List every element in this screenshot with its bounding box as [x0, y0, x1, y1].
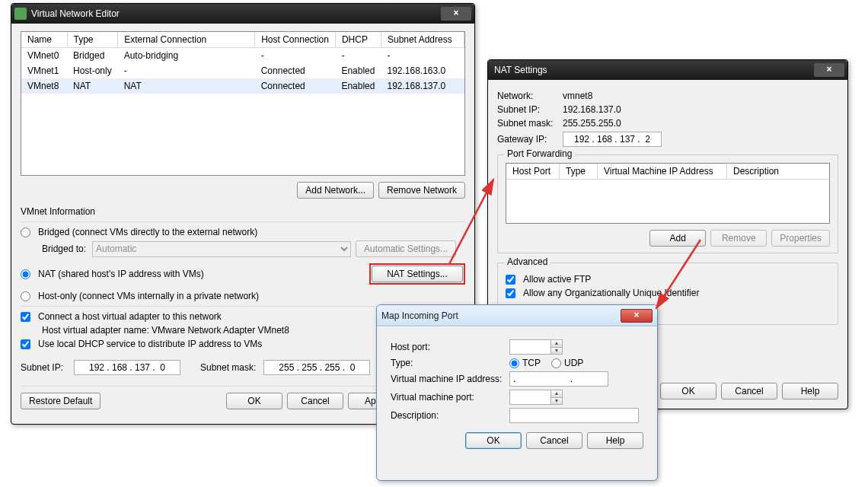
radio-tcp-wrap[interactable]: TCP [509, 358, 541, 368]
nat-cancel-button[interactable]: Cancel [721, 383, 777, 399]
col-subnet[interactable]: Subnet Address [381, 32, 464, 48]
pf-col-hostport[interactable]: Host Port [506, 164, 560, 179]
gateway-ip-input[interactable] [563, 132, 662, 147]
vne-ok-button[interactable]: OK [226, 393, 282, 409]
pf-legend: Port Forwarding [504, 148, 575, 159]
col-host[interactable]: Host Connection [255, 32, 336, 48]
subnet-mask-label: Subnet mask: [200, 362, 256, 373]
close-icon[interactable]: × [441, 7, 471, 21]
hostport-label: Host port: [391, 342, 505, 352]
nat-settings-button[interactable]: NAT Settings... [372, 266, 463, 282]
label-oui: Allow any Organizationally Unique Identi… [523, 288, 699, 298]
radio-udp[interactable] [551, 358, 561, 368]
close-icon[interactable]: × [814, 63, 844, 77]
pf-col-desc[interactable]: Description [727, 164, 829, 179]
table-row[interactable]: VMnet8NATNATConnectedEnabled192.168.137.… [21, 78, 464, 94]
radio-nat[interactable] [21, 269, 30, 279]
nat-network-value: vmnet8 [563, 91, 592, 101]
vne-cancel-button[interactable]: Cancel [287, 393, 343, 409]
remove-network-button[interactable]: Remove Network [378, 182, 465, 199]
label-adapter: Connect a host virtual adapter to this n… [38, 311, 222, 322]
vne-titlebar: Virtual Network Editor × [11, 4, 474, 24]
bridged-to-select[interactable]: Automatic [92, 241, 351, 257]
map-help-button[interactable]: Help [587, 432, 643, 449]
pf-add-button[interactable]: Add [649, 230, 706, 247]
vmip-input[interactable] [509, 371, 608, 387]
col-type[interactable]: Type [67, 32, 118, 48]
col-dhcp[interactable]: DHCP [335, 32, 381, 48]
app-icon [14, 8, 27, 20]
checkbox-oui[interactable] [506, 288, 515, 298]
radio-bridged[interactable] [21, 228, 30, 237]
map-ok-button[interactable]: OK [465, 432, 522, 449]
pf-remove-button[interactable]: Remove [710, 230, 767, 247]
add-network-button[interactable]: Add Network... [297, 182, 374, 199]
checkbox-adapter[interactable] [21, 312, 30, 322]
map-cancel-button[interactable]: Cancel [526, 432, 582, 449]
port-forwarding-group: Port Forwarding Host Port Type Virtual M… [497, 154, 838, 253]
spinner-icon[interactable]: ▲▼ [550, 340, 562, 354]
pf-col-vmip[interactable]: Virtual Machine IP Address [598, 164, 727, 179]
nat-content: Network:vmnet8 Subnet IP:192.168.137.0 S… [488, 80, 847, 333]
col-ext[interactable]: External Connection [118, 32, 255, 48]
close-icon[interactable]: × [621, 309, 653, 323]
nat-subnetip-label: Subnet IP: [497, 104, 558, 115]
desc-label: Description: [391, 410, 505, 421]
table-row[interactable]: VMnet0BridgedAuto-bridging--- [21, 48, 464, 64]
label-bridged: Bridged (connect VMs directly to the ext… [38, 227, 257, 237]
label-ftp: Allow active FTP [523, 274, 591, 285]
option-hostonly[interactable]: Host-only (connect VMs internally in a p… [21, 291, 465, 301]
restore-default-button[interactable]: Restore Default [21, 393, 101, 409]
nat-help-button[interactable]: Help [782, 383, 838, 399]
pf-table[interactable]: Host Port Type Virtual Machine IP Addres… [506, 163, 830, 224]
adv-legend: Advanced [504, 256, 550, 267]
radio-hostonly[interactable] [21, 291, 30, 301]
radio-udp-wrap[interactable]: UDP [551, 358, 583, 368]
pf-col-type[interactable]: Type [560, 164, 598, 179]
map-titlebar: Map Incoming Port × [377, 305, 657, 326]
label-hostonly: Host-only (connect VMs internally in a p… [38, 291, 259, 301]
radio-tcp[interactable] [509, 358, 519, 368]
nat-title: NAT Settings [494, 65, 814, 75]
nat-settings-highlight: NAT Settings... [369, 263, 465, 285]
nat-subnetmask-value: 255.255.255.0 [563, 118, 621, 129]
subnet-ip-input[interactable] [74, 360, 180, 375]
vmnet-info-heading: VMnet Information [21, 206, 465, 217]
nat-subnetmask-label: Subnet mask: [497, 118, 558, 129]
map-incoming-port-window: Map Incoming Port × Host port: ▲▼ Type: … [376, 304, 658, 481]
bridged-to-label: Bridged to: [42, 244, 88, 254]
table-row[interactable]: VMnet1Host-only-ConnectedEnabled192.168.… [21, 63, 464, 78]
desc-input[interactable] [509, 408, 639, 423]
option-nat[interactable]: NAT (shared host's IP address with VMs) … [21, 263, 465, 285]
label-nat: NAT (shared host's IP address with VMs) [38, 269, 365, 279]
label-dhcp: Use local DHCP service to distribute IP … [38, 339, 262, 349]
type-label: Type: [391, 358, 505, 368]
automatic-settings-button[interactable]: Automatic Settings... [356, 240, 456, 257]
option-bridged[interactable]: Bridged (connect VMs directly to the ext… [21, 227, 465, 237]
nat-ok-button[interactable]: OK [660, 383, 716, 399]
nat-subnetip-value: 192.168.137.0 [563, 104, 621, 115]
vmport-label: Virtual machine port: [391, 392, 505, 403]
adapter-name: Host virtual adapter name: VMware Networ… [42, 325, 289, 336]
vne-title: Virtual Network Editor [31, 8, 441, 19]
spinner-icon[interactable]: ▲▼ [550, 390, 562, 404]
subnet-ip-label: Subnet IP: [21, 362, 69, 373]
pf-properties-button[interactable]: Properties [771, 230, 830, 247]
map-title: Map Incoming Port [381, 310, 621, 321]
vmip-label: Virtual machine IP address: [391, 374, 505, 384]
nat-gateway-label: Gateway IP: [497, 134, 558, 145]
nat-titlebar: NAT Settings × [488, 60, 847, 80]
nat-network-label: Network: [497, 91, 558, 101]
subnet-mask-input[interactable] [263, 360, 370, 375]
col-name[interactable]: Name [21, 32, 67, 48]
network-table[interactable]: Name Type External Connection Host Conne… [21, 31, 465, 176]
checkbox-ftp[interactable] [506, 275, 515, 285]
checkbox-dhcp[interactable] [21, 339, 30, 349]
